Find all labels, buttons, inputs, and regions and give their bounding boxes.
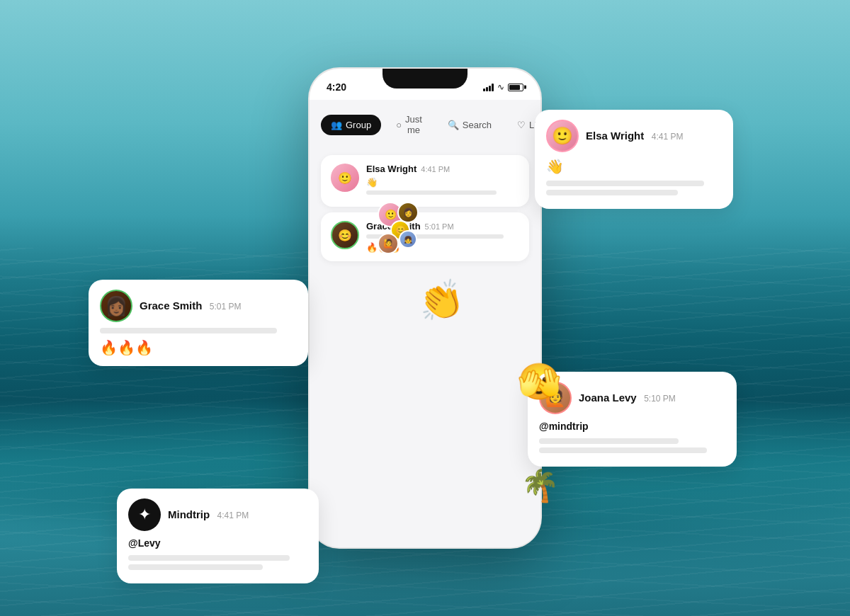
avatar-grace: 👩🏾 — [100, 290, 132, 322]
clapping-emoji: 👏 — [414, 276, 468, 326]
joana-mention: @mindtrip — [539, 421, 589, 432]
avatar-grace-small: 😊 — [331, 221, 359, 249]
scene-inner: 4:20 ∿ — [308, 67, 542, 549]
card-mindtrip: ✦ Mindtrip 4:41 PM @Levy — [117, 489, 319, 583]
joana-name: Joana Levy — [579, 392, 637, 404]
main-scene: 4:20 ∿ — [0, 0, 850, 616]
group-avatar-cluster: 🙂 👩 😊 🙋 👧 — [372, 202, 443, 273]
mindtrip-name: Mindtrip — [168, 508, 210, 520]
tab-group[interactable]: 👥 Group — [321, 115, 381, 135]
tab-just-me[interactable]: ○ Just me — [385, 108, 433, 141]
elsa-emoji-small: 👋 — [366, 177, 519, 188]
elsa-name: Elsa Wright — [586, 130, 644, 142]
mindtrip-time: 4:41 PM — [217, 511, 249, 520]
shocked-emoji: 🫣 — [517, 361, 561, 402]
group-avatar-4: 🙋 — [378, 233, 399, 254]
elsa-time: 4:41 PM — [652, 132, 684, 142]
tab-search[interactable]: 🔍 Search — [437, 114, 502, 136]
elsa-name-small: Elsa Wright — [366, 164, 416, 174]
palm-tree-emoji: 🌴 — [521, 467, 560, 504]
avatar-elsa-small: 🙂 — [331, 164, 359, 192]
card-grace: 👩🏾 Grace Smith 5:01 PM 🔥🔥🔥 — [89, 280, 308, 366]
group-icon: 👥 — [331, 120, 342, 130]
search-icon: 🔍 — [448, 120, 459, 130]
tab-bar: 👥 Group ○ Just me 🔍 Search ♡ Likes — [321, 108, 529, 141]
elsa-time-small: 4:41 PM — [421, 165, 450, 173]
grace-name: Grace Smith — [140, 300, 202, 312]
grace-emoji: 🔥🔥🔥 — [100, 339, 297, 356]
avatar-elsa: 🙂 — [546, 120, 579, 152]
avatar-mindtrip: ✦ — [128, 498, 161, 531]
phone-notch — [382, 69, 468, 89]
joana-time: 5:10 PM — [644, 394, 676, 404]
group-avatar-5: 👧 — [399, 230, 417, 249]
status-icons: ∿ — [483, 82, 523, 92]
grace-time: 5:01 PM — [210, 302, 242, 312]
mindtrip-mention: @Levy — [128, 537, 161, 549]
battery-icon — [508, 84, 523, 91]
wifi-icon: ∿ — [497, 82, 504, 92]
card-elsa: 🙂 Elsa Wright 4:41 PM 👋 — [535, 110, 733, 209]
status-time: 4:20 — [327, 81, 346, 93]
elsa-emoji: 👋 — [546, 158, 722, 175]
circle-icon: ○ — [396, 120, 402, 130]
signal-icon — [483, 84, 494, 91]
phone-card-elsa: 🙂 Elsa Wright 4:41 PM 👋 — [321, 155, 529, 207]
heart-icon: ♡ — [517, 120, 526, 130]
